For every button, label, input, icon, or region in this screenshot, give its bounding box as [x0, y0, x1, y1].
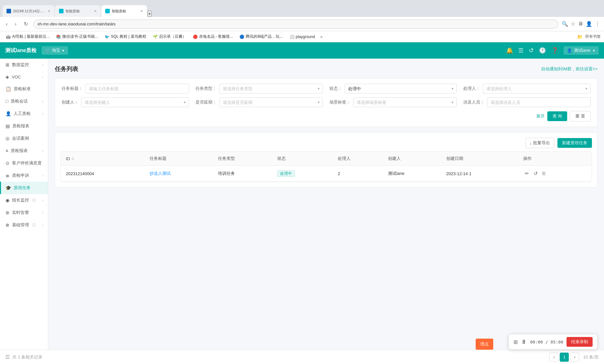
sidebar-item-data-monitor[interactable]: ⊞ 数据监控 › [0, 59, 48, 71]
col-id[interactable]: ID ⇅ [61, 152, 144, 166]
sidebar-item-qc-report2[interactable]: ≡ 质检报表 › [0, 145, 48, 157]
export-button[interactable]: ↓ 批量导出 [525, 138, 554, 148]
next-page-button[interactable]: › [570, 353, 579, 362]
qc-chat-icon: □ [6, 99, 8, 104]
new-task-button[interactable]: 新建质培任务 [557, 138, 592, 148]
bookmark-red[interactable]: 🔴 赤兔名品 - 客服绩... [190, 33, 236, 40]
bookmark-ai[interactable]: 🤖 AI导航 | 最新最前沿... [3, 33, 52, 40]
tab3-close[interactable]: ✕ [140, 9, 143, 13]
bookmark-ai-label: AI导航 | 最新最前沿... [12, 34, 50, 39]
forward-button[interactable]: › [13, 20, 18, 28]
sidebar-item-training[interactable]: 🎓 质培任务 [0, 182, 48, 194]
reset-button[interactable]: 重 置 [570, 111, 591, 121]
scene-tag-select[interactable]: 请选择场景标签 [353, 97, 457, 107]
sidebar-item-voc-label: VOC [12, 75, 21, 79]
bookmark-tencent[interactable]: 🔵 腾讯的B端产品，玩... [237, 33, 285, 40]
sidebar-item-voc[interactable]: ◈ VOC › [0, 71, 48, 83]
browser-tab-1[interactable]: 2023年12月14日-质培任务支持... ✕ [3, 5, 54, 17]
sort-icon[interactable]: ⇅ [71, 157, 74, 161]
bookmark-playground[interactable]: ⬜ playground [287, 34, 318, 40]
sidebar-item-qc-standard[interactable]: 📋 质检标准 [0, 83, 48, 95]
bell-icon[interactable]: 🔔 [506, 47, 513, 54]
help-icon[interactable]: ❓ [551, 47, 558, 54]
browser-tab-2[interactable]: 智能质检 ✕ [55, 5, 101, 17]
top-nav-icons: 🔔 ☰ ↺ 🕐 ❓ [506, 47, 558, 54]
copy-button[interactable]: ⎘ [541, 170, 547, 177]
reload-button[interactable]: ↻ [22, 20, 30, 28]
browser-tab-3[interactable]: 智能质检 ✕ [101, 5, 147, 17]
row-title-link[interactable]: 抄送人测试 [150, 171, 171, 176]
overdue-select[interactable]: 请选择是否延期 [219, 97, 323, 107]
table-header: ID ⇅ 任务标题 任务类型 状态 处理人 创建人 创建日期 操 [61, 152, 592, 166]
pagination: ‹ 1 › 10 条/页 [549, 353, 599, 362]
recording-bar: ⊞ ⏸ 00:00 / 05:00 结束录制 [509, 334, 597, 350]
bookmarks-more[interactable]: » [320, 34, 323, 39]
sidebar-item-qc-chat[interactable]: □ 质检会话 › [0, 95, 48, 107]
prev-page-button[interactable]: ‹ [549, 353, 558, 362]
collapse-icon[interactable]: ☰ [5, 354, 10, 360]
rec-end-button[interactable]: 结束录制 [567, 337, 593, 347]
col-type: 任务类型 [213, 152, 272, 166]
involved-input[interactable] [487, 97, 591, 107]
bookmark-sql-label: SQL 教程 | 菜鸟教程 [111, 34, 146, 39]
sidebar-item-team-monitor[interactable]: ◉ 组长监控 ⓘ › [0, 194, 48, 206]
more-icon[interactable]: ⋮ [595, 21, 600, 27]
user-menu[interactable]: 👤 测试lane ▼ [564, 46, 599, 55]
handler-select[interactable]: 请选择处理人 [483, 84, 591, 93]
auto-notify-link[interactable]: 自动通知到IM群，前往设置>> [541, 66, 597, 72]
creator-select[interactable]: 请选择创建人 [81, 97, 189, 107]
search-icon[interactable]: 🔍 [562, 21, 568, 27]
address-bar-input[interactable]: xh-mc-dev-lane.xiaoduoai.com/train/tasks [33, 20, 558, 29]
sidebar-item-case[interactable]: ◎ 会话案例 [0, 132, 48, 145]
sidebar-item-satisfaction[interactable]: ⊙ 客户评价满意度 [0, 157, 48, 169]
col-title: 任务标题 [144, 152, 213, 166]
team-monitor-chevron: › [42, 199, 43, 202]
bookmark-sql[interactable]: 🐦 SQL 教程 | 菜鸟教程 [102, 33, 149, 40]
tab1-close[interactable]: ✕ [48, 9, 50, 13]
sidebar-item-qc-report[interactable]: ▤ 质检报表 [0, 120, 48, 132]
back-button[interactable]: ‹ [4, 20, 9, 28]
refresh-nav-icon[interactable]: ↺ [529, 47, 534, 54]
export-label: 批量导出 [533, 140, 550, 146]
bookmarks-folder-icon[interactable]: 📁 [577, 34, 582, 39]
qc-report-icon: ▤ [6, 123, 10, 129]
scene-tag-select-wrapper: 请选择场景标签 ▼ [353, 97, 457, 107]
filter-overdue: 是否延期： 请选择是否延期 ▼ [195, 97, 323, 107]
profile-icon[interactable]: 👤 [586, 21, 592, 27]
rec-grid-icon[interactable]: ⊞ [513, 339, 518, 345]
rec-pause-button[interactable]: ⏸ [521, 339, 527, 345]
sidebar-item-manual-qc[interactable]: 👤 人工质检 › [0, 107, 48, 120]
handler-select-wrapper: 请选择处理人 ▼ [483, 84, 591, 93]
menu-icon[interactable]: ☰ [518, 47, 524, 54]
taobao-chevron: ▼ [62, 49, 65, 52]
expand-button[interactable]: 展开 [536, 113, 545, 119]
creator-label: 创建人： [62, 99, 79, 105]
page-1-button[interactable]: 1 [560, 353, 569, 362]
taobao-icon: 🛒 [45, 48, 50, 53]
col-creator: 创建人 [383, 152, 441, 166]
col-status: 状态 [272, 152, 333, 166]
scene-tag-label: 场景标签： [329, 99, 351, 105]
new-tab-button[interactable]: + [148, 11, 151, 17]
edit-button[interactable]: ✏ [523, 170, 531, 177]
query-button[interactable]: 查 询 [547, 111, 568, 121]
bookmark-douban[interactable]: 🌱 启示录（豆瓣） [150, 33, 189, 40]
taobao-selector[interactable]: 🛒 淘宝 ▼ [42, 46, 68, 55]
filter-task-type: 任务类型： 请选择任务类型 ▼ [195, 84, 323, 93]
clock-icon[interactable]: 🕐 [539, 47, 546, 54]
undo-button[interactable]: ↺ [532, 170, 539, 177]
bookmark-wechat[interactable]: 📚 微信读书-正版书籍... [53, 33, 101, 40]
row-status: 处理中 [272, 166, 333, 182]
status-select[interactable]: 处理中 [345, 84, 457, 93]
filter-creator: 创建人： 请选择创建人 ▼ [62, 97, 189, 107]
sidebar-item-basic-mgmt[interactable]: ⊗ 基础管理 ⓘ › [0, 219, 48, 231]
desktop-icon[interactable]: 🖥 [578, 21, 583, 27]
sidebar-item-realtime-alert[interactable]: ⊛ 实时告警 › [0, 206, 48, 219]
maidan-button[interactable]: 埋点 [476, 339, 493, 350]
filter-involved: 涉及人员： [463, 97, 591, 107]
task-title-input[interactable] [85, 84, 189, 93]
task-type-select[interactable]: 请选择任务类型 [219, 84, 323, 93]
bookmark-icon[interactable]: ☆ [571, 21, 575, 27]
sidebar-item-appeal[interactable]: ≣ 质检申诉 › [0, 169, 48, 182]
tab2-close[interactable]: ✕ [94, 9, 97, 13]
